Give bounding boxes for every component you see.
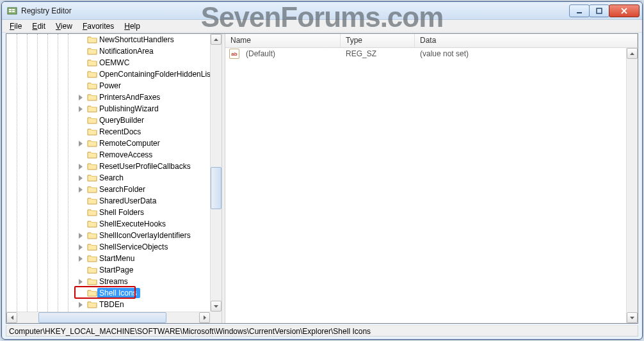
- tree-item[interactable]: Power: [6, 80, 210, 91]
- expand-icon[interactable]: [78, 244, 84, 250]
- tree-item[interactable]: ResetUserProfileCallbacks: [6, 161, 210, 172]
- close-button[interactable]: [609, 4, 640, 17]
- tree-item[interactable]: PrintersAndFaxes: [6, 91, 210, 103]
- expand-icon[interactable]: [78, 233, 84, 239]
- tree-item[interactable]: PublishingWizard: [6, 103, 210, 115]
- svg-marker-13: [79, 233, 83, 239]
- titlebar[interactable]: Registry Editor: [2, 2, 642, 20]
- tree-vscrollbar[interactable]: [210, 34, 221, 312]
- tree-item[interactable]: Shell Folders: [6, 207, 210, 218]
- expand-icon[interactable]: [78, 141, 84, 147]
- tree-item[interactable]: RemoveAccess: [6, 149, 210, 161]
- column-name[interactable]: Name: [225, 34, 341, 47]
- scroll-corner: [210, 312, 221, 323]
- scroll-left-button[interactable]: [6, 312, 17, 323]
- tree-hscroll-thumb[interactable]: [38, 312, 166, 323]
- svg-marker-16: [79, 279, 83, 285]
- folder-icon: [87, 150, 97, 159]
- scroll-down-button[interactable]: [627, 312, 638, 323]
- tree-item-label: SearchFolder: [98, 185, 147, 194]
- list-vscrollbar[interactable]: [626, 48, 638, 323]
- list-pane: Name Type Data ab(Default)REG_SZ(value n…: [225, 34, 638, 323]
- scroll-right-button[interactable]: [199, 312, 210, 323]
- tree-item-label: OpenContainingFolderHiddenList: [98, 70, 210, 79]
- column-type[interactable]: Type: [341, 34, 415, 47]
- folder-icon: [87, 242, 97, 251]
- statusbar: Computer\HKEY_LOCAL_MACHINE\SOFTWARE\Mic…: [6, 325, 638, 337]
- tree-item[interactable]: SharedUserData: [6, 195, 210, 207]
- tree-item[interactable]: Search: [6, 172, 210, 184]
- cell-data: (value not set): [415, 49, 638, 58]
- expand-icon[interactable]: [78, 279, 84, 285]
- folder-icon: [87, 47, 97, 56]
- folder-icon: [87, 81, 97, 90]
- tree-pane: NewShortcutHandlersNotificationAreaOEMWC…: [6, 34, 221, 323]
- menu-edit[interactable]: Edit: [27, 20, 51, 32]
- menubar: File Edit View Favorites Help: [2, 20, 642, 33]
- folder-icon: [87, 127, 97, 136]
- tree-item[interactable]: StartPage: [6, 264, 210, 276]
- list-row[interactable]: ab(Default)REG_SZ(value not set): [225, 48, 638, 59]
- tree-item[interactable]: OEMWC: [6, 57, 210, 68]
- tree-item[interactable]: Streams: [6, 276, 210, 287]
- svg-marker-19: [214, 305, 218, 308]
- svg-rect-5: [577, 12, 582, 13]
- list-body[interactable]: ab(Default)REG_SZ(value not set): [225, 48, 638, 323]
- expand-icon[interactable]: [78, 302, 84, 308]
- tree-vscroll-thumb[interactable]: [211, 167, 221, 209]
- scroll-up-button[interactable]: [627, 48, 638, 59]
- tree-item[interactable]: TBDEn: [6, 299, 210, 310]
- column-data[interactable]: Data: [415, 34, 638, 47]
- folder-icon: [87, 219, 97, 228]
- tree-item-label: SharedUserData: [98, 196, 157, 205]
- tree-item-label: Shell Icons: [98, 289, 138, 297]
- folder-icon: [87, 104, 97, 113]
- window-frame: Registry Editor File Edit View Favorites…: [1, 1, 643, 340]
- cell-type: REG_SZ: [341, 49, 415, 58]
- tree-item[interactable]: RemoteComputer: [6, 138, 210, 149]
- scroll-down-button[interactable]: [211, 301, 221, 312]
- tree-item-label: Power: [98, 81, 122, 90]
- svg-marker-8: [79, 106, 83, 112]
- tree-item-label: TBDEn: [98, 300, 125, 309]
- expand-icon[interactable]: [78, 164, 84, 170]
- menu-view[interactable]: View: [51, 20, 77, 32]
- folder-icon: [87, 277, 97, 286]
- tree-item-label: ResetUserProfileCallbacks: [98, 162, 192, 171]
- folder-icon: [87, 231, 97, 240]
- menu-file[interactable]: File: [4, 20, 27, 32]
- maximize-button[interactable]: [589, 4, 609, 17]
- svg-marker-20: [11, 315, 13, 320]
- expand-icon[interactable]: [78, 256, 84, 262]
- list-header[interactable]: Name Type Data: [225, 34, 638, 48]
- scroll-up-button[interactable]: [211, 34, 221, 45]
- tree-item[interactable]: QueryBuilder: [6, 115, 210, 126]
- tree-item[interactable]: SearchFolder: [6, 184, 210, 195]
- svg-marker-17: [79, 302, 83, 308]
- expand-icon[interactable]: [78, 175, 84, 181]
- tree-item-label: NotificationArea: [98, 47, 155, 56]
- expand-icon[interactable]: [78, 106, 84, 112]
- svg-marker-12: [79, 187, 83, 193]
- tree-item[interactable]: ShellExecuteHooks: [6, 218, 210, 230]
- folder-icon: [87, 70, 97, 79]
- expand-icon[interactable]: [78, 187, 84, 193]
- tree-item[interactable]: RecentDocs: [6, 126, 210, 138]
- tree-item[interactable]: NewShortcutHandlers: [6, 34, 210, 45]
- tree-item[interactable]: StartMenu: [6, 253, 210, 264]
- tree-item[interactable]: OpenContainingFolderHiddenList: [6, 68, 210, 80]
- svg-rect-3: [12, 9, 15, 10]
- tree-hscrollbar[interactable]: [6, 312, 210, 323]
- tree-item[interactable]: Shell Icons: [6, 287, 210, 299]
- svg-rect-4: [12, 11, 15, 12]
- svg-marker-9: [79, 141, 83, 147]
- menu-favorites[interactable]: Favorites: [77, 20, 119, 32]
- tree-item[interactable]: ShellServiceObjects: [6, 241, 210, 253]
- tree-item[interactable]: ShellIconOverlayIdentifiers: [6, 230, 210, 241]
- tree-item[interactable]: NotificationArea: [6, 45, 210, 57]
- minimize-button[interactable]: [569, 4, 590, 17]
- tree-view[interactable]: NewShortcutHandlersNotificationAreaOEMWC…: [6, 34, 210, 312]
- svg-marker-15: [79, 256, 83, 262]
- menu-help[interactable]: Help: [119, 20, 145, 32]
- expand-icon[interactable]: [78, 95, 84, 100]
